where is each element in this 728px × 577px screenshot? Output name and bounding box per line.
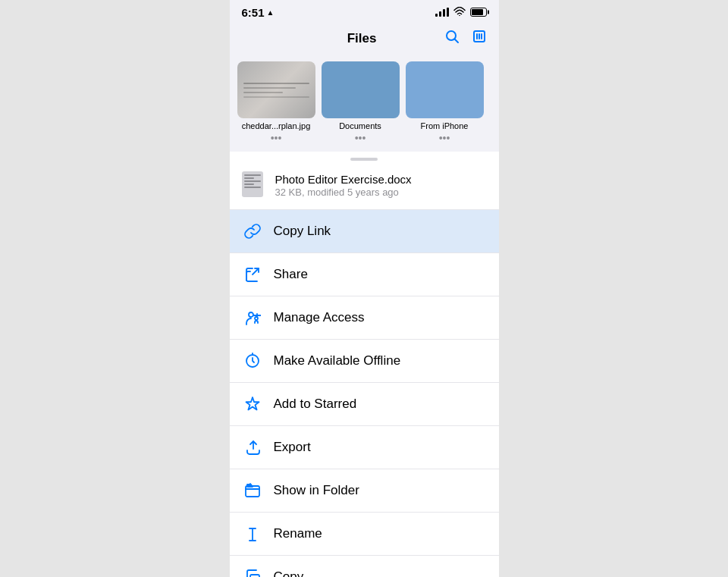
file-name-2: From iPhone [421, 121, 469, 130]
file-more-btn-0[interactable]: ••• [271, 132, 282, 144]
star-icon [242, 394, 263, 415]
menu-item-copy[interactable]: Copy [230, 556, 499, 577]
drag-pill [350, 158, 378, 161]
menu-item-manage-access[interactable]: Manage Access [230, 296, 499, 340]
manage-access-label: Manage Access [274, 310, 365, 325]
svg-line-2 [454, 39, 458, 43]
file-item-0[interactable]: cheddar...rplan.jpg ••• [237, 61, 315, 144]
file-more-btn-2[interactable]: ••• [439, 132, 450, 144]
export-label: Export [274, 440, 311, 455]
drag-indicator [230, 152, 499, 164]
file-thumb-0 [237, 61, 315, 118]
files-title: Files [280, 31, 444, 46]
edit-icon[interactable] [472, 29, 487, 48]
copy-label: Copy [274, 569, 304, 577]
show-folder-icon [242, 480, 263, 501]
rename-icon [242, 523, 263, 544]
menu-item-export[interactable]: Export [230, 426, 499, 469]
location-icon: ▲ [267, 8, 275, 17]
menu-item-show-folder[interactable]: Show in Folder [230, 469, 499, 513]
file-more-btn-1[interactable]: ••• [355, 132, 366, 144]
menu-item-copy-link[interactable]: Copy Link [230, 210, 499, 253]
file-meta-info: 32 KB, modified 5 years ago [275, 187, 487, 198]
svg-rect-15 [246, 486, 259, 497]
share-icon [242, 264, 263, 285]
menu-item-starred[interactable]: Add to Starred [230, 383, 499, 426]
svg-line-7 [253, 268, 259, 274]
menu-item-offline[interactable]: Make Available Offline [230, 340, 499, 383]
doc-icon [242, 171, 266, 199]
file-thumb-1 [322, 61, 400, 118]
status-time: 6:51 ▲ [242, 6, 275, 19]
copy-icon [242, 566, 263, 577]
file-name-0: cheddar...rplan.jpg [242, 121, 311, 130]
status-icons [435, 7, 487, 18]
battery-icon [470, 8, 487, 17]
menu-item-share[interactable]: Share [230, 253, 499, 296]
file-grid: cheddar...rplan.jpg ••• Documents ••• Fr… [230, 55, 499, 152]
offline-label: Make Available Offline [274, 353, 401, 368]
file-thumb-2 [406, 61, 484, 118]
context-menu: Copy Link Share [230, 210, 499, 577]
signal-icon [435, 8, 449, 17]
rename-label: Rename [274, 526, 322, 541]
file-item-1[interactable]: Documents ••• [322, 61, 400, 144]
file-meta-name: Photo Editor Exercise.docx [275, 173, 487, 186]
copy-link-label: Copy Link [274, 224, 331, 239]
file-info-row: Photo Editor Exercise.docx 32 KB, modifi… [230, 164, 499, 210]
wifi-icon [453, 7, 466, 18]
file-meta: Photo Editor Exercise.docx 32 KB, modifi… [275, 173, 487, 198]
search-icon[interactable] [444, 29, 460, 48]
share-label: Share [274, 267, 308, 282]
offline-icon [242, 350, 263, 372]
svg-point-0 [459, 15, 460, 16]
manage-access-icon [242, 307, 263, 328]
svg-marker-14 [246, 397, 259, 409]
export-icon [242, 437, 263, 458]
header-action-icons [444, 29, 487, 48]
link-icon [242, 221, 263, 242]
menu-item-rename[interactable]: Rename [230, 513, 499, 556]
phone-frame: 6:51 ▲ File [230, 0, 499, 577]
svg-point-8 [249, 312, 253, 317]
status-bar: 6:51 ▲ [230, 0, 499, 23]
file-name-1: Documents [339, 121, 381, 130]
show-folder-label: Show in Folder [274, 483, 359, 498]
file-item-2[interactable]: From iPhone ••• [406, 61, 484, 144]
starred-label: Add to Starred [274, 397, 357, 412]
files-header: Files [230, 23, 499, 55]
